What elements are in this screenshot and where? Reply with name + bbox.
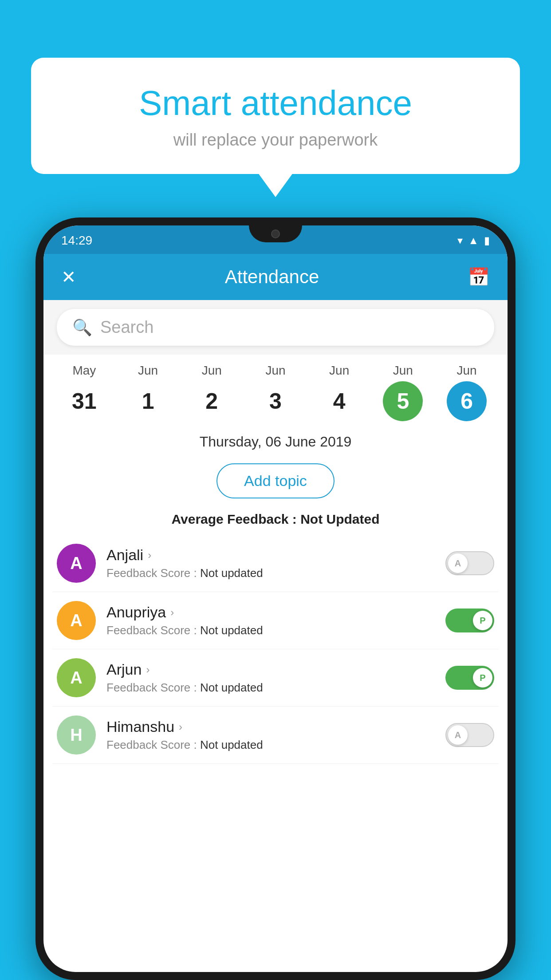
attendance-toggle-2[interactable]: P	[445, 666, 494, 690]
student-name-0: Anjali ›	[106, 546, 435, 564]
day-month-1: Jun	[138, 364, 158, 378]
speech-bubble: Smart attendance will replace your paper…	[31, 58, 520, 174]
student-info-0: Anjali ›Feedback Score : Not updated	[106, 546, 435, 580]
avatar-2: A	[57, 658, 96, 697]
search-container: 🔍 Search	[43, 300, 508, 355]
search-placeholder: Search	[100, 318, 153, 337]
avg-feedback: Average Feedback : Not Updated	[43, 508, 508, 535]
student-name-1: Anupriya ›	[106, 604, 435, 621]
add-topic-button[interactable]: Add topic	[216, 463, 335, 498]
day-num-1: 1	[128, 381, 168, 421]
avg-feedback-label: Average Feedback :	[171, 512, 300, 526]
student-item-2[interactable]: AArjun ›Feedback Score : Not updatedP	[52, 649, 499, 707]
avatar-0: A	[57, 544, 96, 583]
day-month-2: Jun	[202, 364, 222, 378]
student-info-1: Anupriya ›Feedback Score : Not updated	[106, 604, 435, 637]
day-num-2: 2	[192, 381, 232, 421]
signal-icon: ▲	[468, 234, 479, 247]
search-bar[interactable]: 🔍 Search	[57, 309, 494, 346]
attendance-toggle-0[interactable]: A	[445, 551, 494, 575]
day-month-3: Jun	[265, 364, 285, 378]
feedback-score-1: Feedback Score : Not updated	[106, 624, 435, 637]
day-num-5: 5	[383, 381, 423, 421]
front-camera	[271, 229, 280, 238]
attendance-toggle-3[interactable]: A	[445, 723, 494, 747]
day-month-5: Jun	[393, 364, 413, 378]
speech-bubble-container: Smart attendance will replace your paper…	[31, 58, 520, 174]
app-bar: ✕ Attendance 📅	[43, 254, 508, 300]
calendar-day-4[interactable]: Jun4	[315, 364, 364, 421]
student-item-1[interactable]: AAnupriya ›Feedback Score : Not updatedP	[52, 592, 499, 649]
day-month-0: May	[72, 364, 96, 378]
bubble-title: Smart attendance	[62, 84, 489, 122]
battery-icon: ▮	[484, 234, 490, 247]
day-num-4: 4	[319, 381, 359, 421]
phone-frame: 14:29 ▾ ▲ ▮ ✕ Attendance 📅 🔍 Search May3…	[35, 217, 516, 980]
student-info-2: Arjun ›Feedback Score : Not updated	[106, 661, 435, 695]
avatar-3: H	[57, 715, 96, 755]
avatar-1: A	[57, 601, 96, 640]
attendance-toggle-1[interactable]: P	[445, 609, 494, 632]
search-icon: 🔍	[72, 318, 92, 337]
student-item-0[interactable]: AAnjali ›Feedback Score : Not updatedA	[52, 535, 499, 592]
chevron-icon: ›	[148, 549, 151, 561]
wifi-icon: ▾	[457, 234, 463, 247]
chevron-icon: ›	[179, 721, 182, 733]
calendar-day-1[interactable]: Jun1	[124, 364, 173, 421]
feedback-score-3: Feedback Score : Not updated	[106, 738, 435, 752]
phone-notch	[249, 225, 302, 242]
toggle-knob-2: P	[473, 668, 492, 688]
toggle-knob-1: P	[473, 611, 492, 630]
feedback-score-2: Feedback Score : Not updated	[106, 681, 435, 695]
calendar-day-6[interactable]: Jun6	[442, 364, 491, 421]
calendar-day-0[interactable]: May31	[60, 364, 109, 421]
toggle-knob-0: A	[448, 553, 468, 573]
day-month-4: Jun	[329, 364, 349, 378]
student-name-3: Himanshu ›	[106, 718, 435, 735]
student-item-3[interactable]: HHimanshu ›Feedback Score : Not updatedA	[52, 707, 499, 764]
calendar-day-3[interactable]: Jun3	[251, 364, 300, 421]
calendar-row: May31Jun1Jun2Jun3Jun4Jun5Jun6	[43, 355, 508, 426]
close-button[interactable]: ✕	[61, 267, 76, 287]
status-icons: ▾ ▲ ▮	[457, 234, 490, 247]
bubble-subtitle: will replace your paperwork	[62, 130, 489, 150]
phone-screen: 14:29 ▾ ▲ ▮ ✕ Attendance 📅 🔍 Search May3…	[43, 225, 508, 972]
day-num-6: 6	[447, 381, 487, 421]
calendar-day-2[interactable]: Jun2	[187, 364, 236, 421]
selected-date: Thursday, 06 June 2019	[43, 426, 508, 454]
chevron-icon: ›	[146, 664, 150, 676]
day-num-0: 31	[64, 381, 104, 421]
chevron-icon: ›	[170, 606, 174, 619]
student-name-2: Arjun ›	[106, 661, 435, 678]
student-info-3: Himanshu ›Feedback Score : Not updated	[106, 718, 435, 752]
student-list: AAnjali ›Feedback Score : Not updatedAAA…	[43, 535, 508, 764]
day-num-3: 3	[256, 381, 295, 421]
status-time: 14:29	[61, 233, 92, 248]
day-month-6: Jun	[457, 364, 476, 378]
feedback-score-0: Feedback Score : Not updated	[106, 566, 435, 580]
app-bar-title: Attendance	[76, 266, 468, 288]
calendar-day-5[interactable]: Jun5	[378, 364, 427, 421]
calendar-button[interactable]: 📅	[468, 267, 490, 288]
avg-feedback-value: Not Updated	[300, 512, 379, 526]
toggle-knob-3: A	[448, 725, 468, 745]
